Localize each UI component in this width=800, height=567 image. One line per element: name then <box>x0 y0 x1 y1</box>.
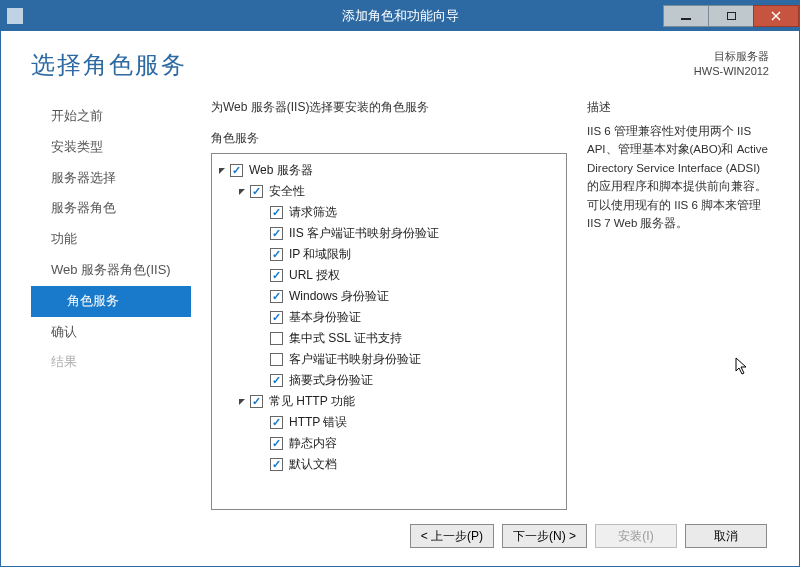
tree-item-label: 常见 HTTP 功能 <box>267 393 355 410</box>
tree-item-label: Web 服务器 <box>247 162 313 179</box>
window-title: 添加角色和功能向导 <box>342 7 459 25</box>
tree-row[interactable]: IIS 客户端证书映射身份验证 <box>216 223 562 244</box>
wizard-nav: 开始之前安装类型服务器选择服务器角色功能Web 服务器角色(IIS)角色服务确认… <box>31 99 191 510</box>
center-panel: 为Web 服务器(IIS)选择要安装的角色服务 角色服务 Web 服务器安全性请… <box>191 99 579 510</box>
target-label: 目标服务器 <box>694 49 769 64</box>
window-controls <box>664 5 799 27</box>
checkbox[interactable] <box>270 437 283 450</box>
collapse-arrow-icon[interactable] <box>216 165 228 177</box>
tree-item-label: 摘要式身份验证 <box>287 372 373 389</box>
checkbox[interactable] <box>270 269 283 282</box>
main-row: 开始之前安装类型服务器选择服务器角色功能Web 服务器角色(IIS)角色服务确认… <box>31 99 769 510</box>
tree-item-label: URL 授权 <box>287 267 340 284</box>
maximize-button[interactable] <box>708 5 754 27</box>
section-label: 角色服务 <box>211 130 567 147</box>
checkbox[interactable] <box>230 164 243 177</box>
description-text: IIS 6 管理兼容性对使用两个 IIS API、管理基本对象(ABO)和 Ac… <box>587 122 769 232</box>
nav-item-6[interactable]: 角色服务 <box>31 286 191 317</box>
checkbox[interactable] <box>270 248 283 261</box>
nav-item-1[interactable]: 安装类型 <box>31 132 191 163</box>
nav-item-3[interactable]: 服务器角色 <box>31 193 191 224</box>
tree-item-label: IP 和域限制 <box>287 246 351 263</box>
minimize-icon <box>681 18 691 20</box>
collapse-arrow-icon[interactable] <box>236 396 248 408</box>
tree-row[interactable]: 摘要式身份验证 <box>216 370 562 391</box>
description-title: 描述 <box>587 99 769 116</box>
nav-item-7[interactable]: 确认 <box>31 317 191 348</box>
install-button[interactable]: 安装(I) <box>595 524 677 548</box>
checkbox[interactable] <box>250 395 263 408</box>
tree-item-label: 集中式 SSL 证书支持 <box>287 330 402 347</box>
checkbox[interactable] <box>270 416 283 429</box>
tree-item-label: HTTP 错误 <box>287 414 347 431</box>
nav-item-2[interactable]: 服务器选择 <box>31 163 191 194</box>
cancel-button[interactable]: 取消 <box>685 524 767 548</box>
page-title: 选择角色服务 <box>31 49 187 81</box>
maximize-icon <box>727 12 736 20</box>
close-button[interactable] <box>753 5 799 27</box>
tree-row[interactable]: 常见 HTTP 功能 <box>216 391 562 412</box>
tree-row[interactable]: 集中式 SSL 证书支持 <box>216 328 562 349</box>
checkbox[interactable] <box>270 332 283 345</box>
role-services-tree[interactable]: Web 服务器安全性请求筛选IIS 客户端证书映射身份验证IP 和域限制URL … <box>211 153 567 510</box>
tree-row[interactable]: URL 授权 <box>216 265 562 286</box>
instruction-text: 为Web 服务器(IIS)选择要安装的角色服务 <box>211 99 567 116</box>
tree-row[interactable]: 客户端证书映射身份验证 <box>216 349 562 370</box>
wizard-window: 添加角色和功能向导 选择角色服务 目标服务器 HWS-WIN2012 开始之前安… <box>0 0 800 567</box>
tree-row[interactable]: 安全性 <box>216 181 562 202</box>
collapse-arrow-icon[interactable] <box>236 186 248 198</box>
tree-row[interactable]: 默认文档 <box>216 454 562 475</box>
tree-row[interactable]: 静态内容 <box>216 433 562 454</box>
tree-item-label: 客户端证书映射身份验证 <box>287 351 421 368</box>
checkbox[interactable] <box>270 458 283 471</box>
checkbox[interactable] <box>270 290 283 303</box>
app-icon <box>7 8 23 24</box>
nav-item-4[interactable]: 功能 <box>31 224 191 255</box>
next-button[interactable]: 下一步(N) > <box>502 524 587 548</box>
checkbox[interactable] <box>270 227 283 240</box>
titlebar: 添加角色和功能向导 <box>1 1 799 31</box>
target-server-box: 目标服务器 HWS-WIN2012 <box>694 49 769 80</box>
tree-item-label: 静态内容 <box>287 435 337 452</box>
checkbox[interactable] <box>270 206 283 219</box>
checkbox[interactable] <box>270 353 283 366</box>
tree-row[interactable]: Web 服务器 <box>216 160 562 181</box>
tree-row[interactable]: 请求筛选 <box>216 202 562 223</box>
tree-row[interactable]: Windows 身份验证 <box>216 286 562 307</box>
tree-row[interactable]: HTTP 错误 <box>216 412 562 433</box>
minimize-button[interactable] <box>663 5 709 27</box>
tree-item-label: 请求筛选 <box>287 204 337 221</box>
header-row: 选择角色服务 目标服务器 HWS-WIN2012 <box>31 31 769 81</box>
tree-item-label: 安全性 <box>267 183 305 200</box>
description-panel: 描述 IIS 6 管理兼容性对使用两个 IIS API、管理基本对象(ABO)和… <box>579 99 769 510</box>
checkbox[interactable] <box>270 311 283 324</box>
tree-row[interactable]: 基本身份验证 <box>216 307 562 328</box>
nav-item-0[interactable]: 开始之前 <box>31 101 191 132</box>
content-area: 选择角色服务 目标服务器 HWS-WIN2012 开始之前安装类型服务器选择服务… <box>1 31 799 566</box>
tree-item-label: 默认文档 <box>287 456 337 473</box>
nav-item-8: 结果 <box>31 347 191 378</box>
previous-button[interactable]: < 上一步(P) <box>410 524 494 548</box>
target-value: HWS-WIN2012 <box>694 64 769 79</box>
tree-row[interactable]: IP 和域限制 <box>216 244 562 265</box>
tree-item-label: 基本身份验证 <box>287 309 361 326</box>
tree-item-label: IIS 客户端证书映射身份验证 <box>287 225 439 242</box>
checkbox[interactable] <box>270 374 283 387</box>
tree-item-label: Windows 身份验证 <box>287 288 389 305</box>
checkbox[interactable] <box>250 185 263 198</box>
nav-item-5[interactable]: Web 服务器角色(IIS) <box>31 255 191 286</box>
close-icon <box>771 11 781 21</box>
button-row: < 上一步(P) 下一步(N) > 安装(I) 取消 <box>31 510 769 548</box>
